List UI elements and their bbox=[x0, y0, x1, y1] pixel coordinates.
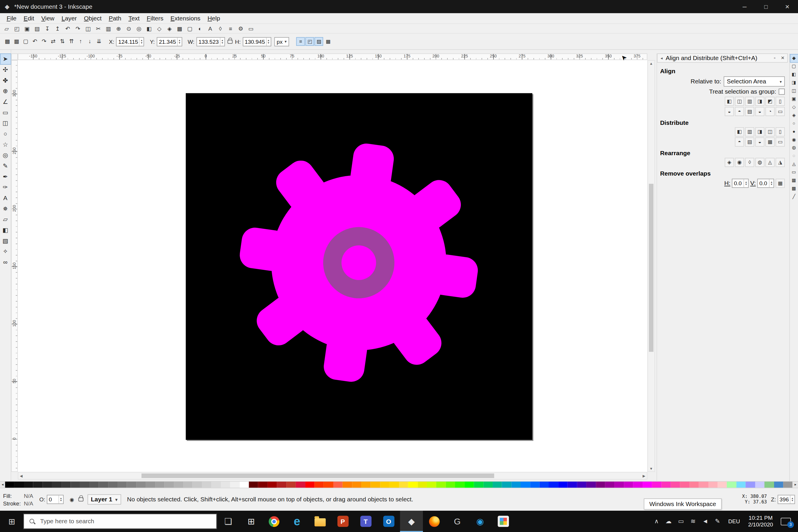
align-right-out-button[interactable]: ◩ bbox=[765, 97, 774, 106]
pencil-tool[interactable]: ✎ bbox=[0, 161, 11, 171]
palette-swatch[interactable] bbox=[558, 481, 568, 488]
menu-edit[interactable]: Edit bbox=[20, 14, 38, 23]
palette-swatch[interactable] bbox=[493, 481, 502, 488]
tray-network-icon[interactable]: ≋ bbox=[691, 518, 696, 525]
align-top-out-button[interactable]: ◒ bbox=[725, 107, 734, 116]
palette-swatch[interactable] bbox=[718, 481, 727, 488]
palette-swatch[interactable] bbox=[277, 481, 286, 488]
palette-swatch[interactable] bbox=[783, 481, 793, 488]
palette-scroll-right-button[interactable]: ▸ bbox=[793, 481, 798, 488]
ellipse-tool[interactable]: ○ bbox=[0, 129, 11, 139]
width-input[interactable]: 133.523 bbox=[196, 37, 225, 46]
snap-text-baseline-toggle[interactable]: ▭ bbox=[790, 169, 798, 176]
exchange-stacking-order-button[interactable]: ◊ bbox=[745, 158, 754, 167]
maximize-button[interactable]: □ bbox=[755, 0, 776, 13]
palette-swatch[interactable] bbox=[680, 481, 689, 488]
menu-text[interactable]: Text bbox=[125, 14, 143, 23]
taskbar-task-view-button[interactable]: ❏ bbox=[217, 511, 240, 532]
palette-swatch[interactable] bbox=[520, 481, 530, 488]
scale-patterns-toggle[interactable]: ▩ bbox=[324, 37, 332, 46]
spray-tool[interactable]: ✵ bbox=[0, 204, 11, 214]
snap-smooth-nodes-toggle[interactable]: ◉ bbox=[790, 136, 798, 144]
layer-lock-icon[interactable] bbox=[78, 497, 83, 501]
tray-volume-icon[interactable]: ◄ bbox=[702, 518, 708, 525]
bucket-fill-tool[interactable]: ◧ bbox=[0, 225, 11, 235]
palette-swatch[interactable] bbox=[764, 481, 774, 488]
eraser-tool[interactable]: ▱ bbox=[0, 214, 11, 225]
vertical-scrollbar-thumb[interactable] bbox=[649, 184, 653, 352]
palette-swatch[interactable] bbox=[286, 481, 296, 488]
palette-swatch[interactable] bbox=[361, 481, 371, 488]
spinner-arrows-icon[interactable] bbox=[790, 495, 795, 504]
palette-swatch[interactable] bbox=[202, 481, 211, 488]
palette-swatch[interactable] bbox=[99, 481, 108, 488]
palette-swatch[interactable] bbox=[511, 481, 520, 488]
group-button[interactable]: ▩ bbox=[175, 24, 184, 33]
taskbar-app-chrome[interactable] bbox=[263, 511, 286, 532]
align-left-out-button[interactable]: ◧ bbox=[725, 97, 734, 106]
palette-swatch[interactable] bbox=[334, 481, 343, 488]
layer-select[interactable]: Layer 1 ▾ bbox=[87, 494, 121, 505]
clone-button[interactable]: ◇ bbox=[155, 24, 164, 33]
x-input[interactable]: 124.115 bbox=[116, 37, 145, 46]
document-page[interactable] bbox=[186, 93, 532, 440]
palette-swatch[interactable] bbox=[33, 481, 43, 488]
palette-scroll-left-button[interactable]: ◂ bbox=[0, 481, 5, 488]
palette-swatch[interactable] bbox=[296, 481, 305, 488]
align-text-anchor-h-button[interactable]: ▯ bbox=[776, 97, 784, 106]
palette-swatch[interactable] bbox=[315, 481, 324, 488]
connector-tool[interactable]: ∞ bbox=[0, 257, 11, 267]
zoom-selection-button[interactable]: ⊕ bbox=[114, 24, 123, 33]
palette-swatch[interactable] bbox=[643, 481, 652, 488]
distribute-gaps-h-button[interactable]: ◫ bbox=[765, 127, 774, 136]
paste-button[interactable]: ▥ bbox=[104, 24, 113, 33]
language-indicator[interactable]: DEU bbox=[726, 518, 741, 525]
palette-swatch[interactable] bbox=[530, 481, 539, 488]
measure-tool[interactable]: ∠ bbox=[0, 97, 11, 107]
palette-swatch[interactable] bbox=[117, 481, 127, 488]
text-dialog-button[interactable]: A bbox=[206, 24, 215, 33]
taskbar-app-store[interactable]: ⊞ bbox=[240, 511, 263, 532]
palette-swatch[interactable] bbox=[90, 481, 99, 488]
spinner-arrows-icon[interactable] bbox=[266, 37, 271, 45]
palette-swatch[interactable] bbox=[380, 481, 390, 488]
palette-swatch[interactable] bbox=[624, 481, 633, 488]
select-all-button[interactable]: ▩ bbox=[3, 37, 12, 46]
palette-swatch[interactable] bbox=[15, 481, 24, 488]
scale-gradients-toggle[interactable]: ▨ bbox=[315, 37, 323, 46]
align-text-anchor-v-button[interactable]: ▭ bbox=[776, 107, 784, 116]
menu-path[interactable]: Path bbox=[105, 14, 125, 23]
save-document-button[interactable]: ▣ bbox=[22, 24, 32, 33]
palette-swatch[interactable] bbox=[408, 481, 418, 488]
node-tool[interactable]: ✣ bbox=[0, 65, 11, 75]
taskbar-app-edge[interactable]: e bbox=[286, 511, 309, 532]
palette-swatch[interactable] bbox=[267, 481, 277, 488]
scale-corners-toggle[interactable]: ◰ bbox=[305, 37, 314, 46]
palette-swatch[interactable] bbox=[436, 481, 446, 488]
palette-swatch[interactable] bbox=[662, 481, 671, 488]
distribute-text-h-button[interactable]: ▯ bbox=[776, 127, 784, 136]
snap-enable-toggle[interactable]: ◆ bbox=[790, 55, 798, 62]
palette-swatch[interactable] bbox=[371, 481, 380, 488]
action-center-icon[interactable]: 3 bbox=[781, 517, 791, 525]
calligraphy-tool[interactable]: ✑ bbox=[0, 182, 11, 192]
start-button[interactable]: ⊞ bbox=[0, 511, 23, 532]
select-all-layers-button[interactable]: ▦ bbox=[12, 37, 21, 46]
xml-editor-button[interactable]: ◊ bbox=[216, 24, 225, 33]
palette-swatch[interactable] bbox=[418, 481, 427, 488]
spinner-arrows-icon[interactable] bbox=[220, 37, 224, 45]
redo-button[interactable]: ↷ bbox=[73, 24, 82, 33]
flip-horizontal-button[interactable]: ⇄ bbox=[49, 37, 58, 46]
horizontal-ruler[interactable]: -150-125-100-75-50-250255075100125150175… bbox=[18, 53, 647, 60]
menu-layer[interactable]: Layer bbox=[58, 14, 80, 23]
export-button[interactable]: ↥ bbox=[53, 24, 62, 33]
palette-swatch[interactable] bbox=[136, 481, 146, 488]
palette-swatch[interactable] bbox=[192, 481, 202, 488]
align-bottom-button[interactable]: ◒ bbox=[755, 107, 764, 116]
snap-nodes-toggle[interactable]: ◇ bbox=[790, 103, 798, 111]
palette-swatch[interactable] bbox=[568, 481, 577, 488]
distribute-gaps-v-button[interactable]: ▦ bbox=[765, 137, 774, 147]
tray-pen-icon[interactable]: ✎ bbox=[715, 518, 720, 525]
snap-bbox-edge-midpoints-toggle[interactable]: ◫ bbox=[790, 87, 798, 95]
palette-swatch[interactable] bbox=[249, 481, 258, 488]
